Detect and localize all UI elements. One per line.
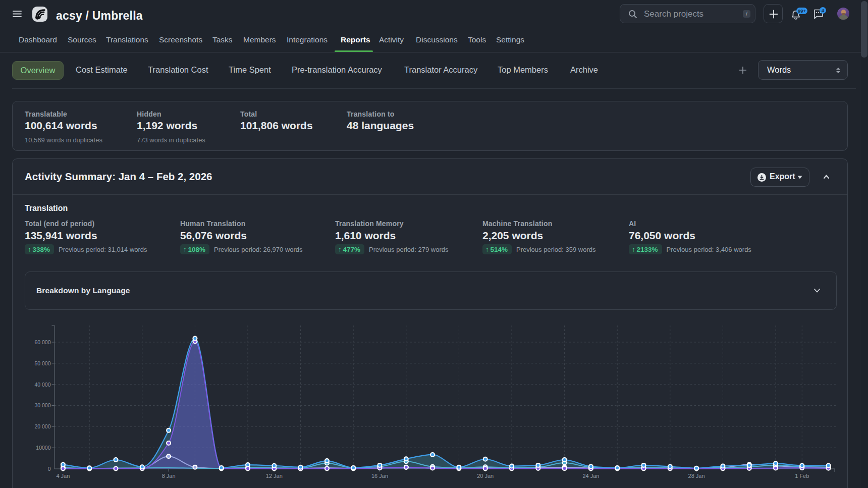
svg-text:16 Jan: 16 Jan xyxy=(371,473,388,479)
svg-text:40 000: 40 000 xyxy=(34,382,50,388)
svg-text:30 000: 30 000 xyxy=(34,402,50,408)
svg-text:50 000: 50 000 xyxy=(34,360,50,366)
svg-text:4 Jan: 4 Jan xyxy=(56,473,70,479)
svg-text:20 000: 20 000 xyxy=(34,423,50,429)
svg-text:24 Jan: 24 Jan xyxy=(582,473,599,479)
svg-text:28 Jan: 28 Jan xyxy=(688,473,705,479)
svg-text:10000: 10000 xyxy=(36,445,50,451)
svg-text:60 000: 60 000 xyxy=(34,339,50,345)
svg-text:8 Jan: 8 Jan xyxy=(162,473,176,479)
svg-text:20 Jan: 20 Jan xyxy=(477,473,494,479)
svg-text:1 Feb: 1 Feb xyxy=(795,473,809,479)
svg-text:0: 0 xyxy=(48,466,51,472)
svg-text:12 Jan: 12 Jan xyxy=(266,473,283,479)
